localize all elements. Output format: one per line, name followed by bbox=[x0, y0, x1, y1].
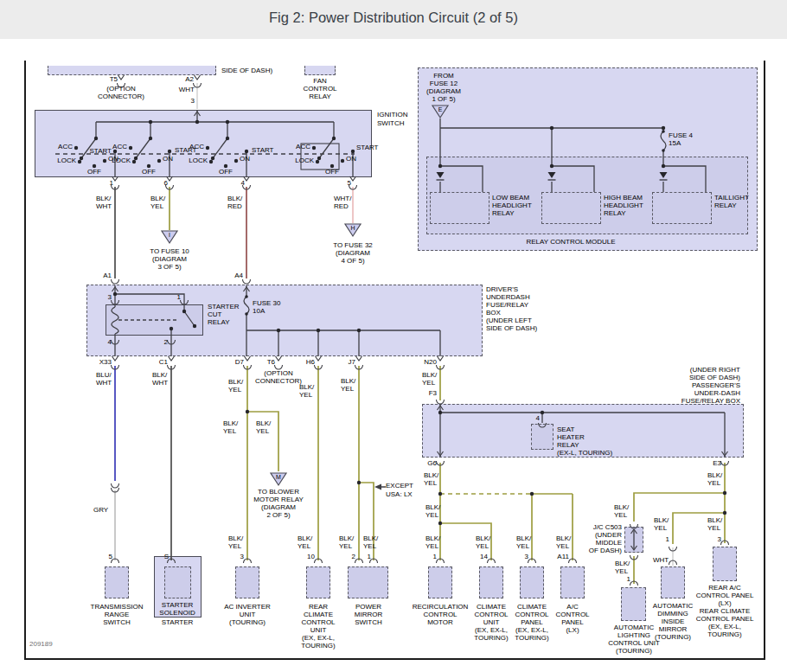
ignition-switch-box bbox=[35, 110, 372, 177]
starter-cut-relay-box bbox=[106, 304, 203, 336]
wiring-diagram-page: Fig 2: Power Distribution Circuit (2 of … bbox=[0, 0, 787, 672]
low-beam-headlight-relay-box bbox=[430, 192, 489, 224]
auto-dimming-mirror-box bbox=[661, 566, 685, 598]
dash-box-truncated bbox=[48, 66, 216, 75]
jc-c503-box bbox=[624, 527, 643, 553]
seat-heater-relay-box bbox=[531, 424, 553, 450]
rear-ac-control-panel-box bbox=[713, 547, 737, 581]
high-beam-headlight-relay-box bbox=[541, 192, 601, 224]
recirculation-control-motor-box bbox=[428, 566, 452, 598]
climate-control-unit-box bbox=[479, 566, 503, 598]
ac-control-panel-box bbox=[560, 566, 585, 598]
transmission-range-switch-box bbox=[105, 566, 129, 598]
taillight-relay-box bbox=[652, 192, 712, 224]
passenger-underdash-fuse-relay-box bbox=[422, 404, 744, 458]
automatic-lighting-control-unit-box bbox=[621, 587, 646, 621]
title-bar: Fig 2: Power Distribution Circuit (2 of … bbox=[0, 0, 787, 39]
rear-climate-control-unit-box bbox=[306, 566, 330, 598]
starter-solenoid-box bbox=[164, 566, 191, 598]
power-mirror-switch-box bbox=[348, 566, 388, 598]
fan-control-relay-box bbox=[304, 66, 336, 75]
ac-inverter-unit-box bbox=[235, 566, 259, 598]
climate-control-panel-box bbox=[520, 566, 544, 598]
page-title: Fig 2: Power Distribution Circuit (2 of … bbox=[269, 10, 518, 26]
